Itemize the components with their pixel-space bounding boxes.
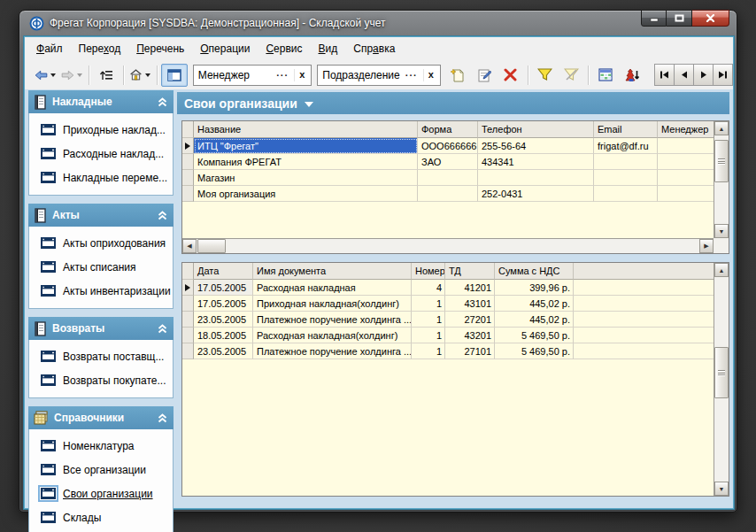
column-header[interactable]: Дата xyxy=(194,263,253,280)
column-header[interactable]: Название xyxy=(194,121,418,138)
collapse-chevrons-icon[interactable] xyxy=(157,323,168,335)
table-cell[interactable] xyxy=(418,170,478,186)
grid-settings-button[interactable] xyxy=(592,64,619,87)
table-cell[interactable]: 27101 xyxy=(445,343,495,359)
new-record-button[interactable] xyxy=(444,64,471,87)
sidebar-item[interactable]: Возвраты покупате... xyxy=(29,368,173,392)
table-cell[interactable]: 1 xyxy=(412,343,445,359)
table-cell[interactable]: 434341 xyxy=(478,154,594,170)
manager-filter[interactable]: Менеджер ··· x xyxy=(193,65,312,86)
delete-record-button[interactable] xyxy=(498,64,524,87)
division-filter-value[interactable]: Подразделение xyxy=(318,69,399,81)
column-header[interactable]: Телефон xyxy=(478,121,594,138)
last-record-button[interactable] xyxy=(714,64,733,86)
organizations-grid-hscrollbar[interactable]: ◀ ▶ xyxy=(182,238,714,253)
column-header[interactable]: Номер xyxy=(412,263,445,280)
table-cell[interactable]: 4 xyxy=(412,280,445,296)
sidebar-section-header[interactable]: Возвраты xyxy=(28,317,174,340)
table-cell[interactable]: 1 xyxy=(412,296,445,312)
table-cell[interactable] xyxy=(478,170,594,186)
table-cell[interactable] xyxy=(658,186,714,202)
collapse-chevrons-icon[interactable] xyxy=(157,412,168,424)
next-record-button[interactable] xyxy=(694,64,714,86)
collapse-chevrons-icon[interactable] xyxy=(157,210,168,221)
scroll-up-icon[interactable]: ▲ xyxy=(714,263,729,277)
home-dropdown-caret[interactable] xyxy=(145,73,150,77)
table-row[interactable]: 23.05.2005Платежное поручение холдинга .… xyxy=(182,312,714,328)
menu-item-0[interactable]: Файл xyxy=(28,39,71,58)
table-cell[interactable]: Расходная накладная xyxy=(253,280,412,296)
table-cell[interactable]: 23.05.2005 xyxy=(194,312,253,328)
division-lookup-icon[interactable]: ··· xyxy=(400,70,423,81)
column-header[interactable]: ТД xyxy=(445,263,495,280)
scroll-left-icon[interactable]: ◀ xyxy=(182,239,197,253)
sidebar-item[interactable]: Номенклатура xyxy=(29,434,173,458)
table-cell[interactable]: Моя организация xyxy=(194,186,418,202)
filter-button[interactable] xyxy=(531,64,558,87)
table-cell[interactable]: 23.05.2005 xyxy=(194,343,253,359)
sidebar-section-header[interactable]: Накладные xyxy=(28,90,174,113)
table-cell[interactable]: 17.05.2005 xyxy=(194,296,253,312)
table-cell[interactable] xyxy=(418,186,478,202)
sidebar-item[interactable]: Акты списания xyxy=(29,255,173,279)
sidebar-item[interactable]: Акты оприходования xyxy=(29,231,173,255)
sort-button[interactable] xyxy=(619,64,645,87)
forward-button[interactable] xyxy=(58,64,85,87)
table-row[interactable]: Моя организация252-0431 xyxy=(182,186,714,202)
table-row[interactable]: 17.05.2005Приходная накладная(холдинг)14… xyxy=(182,296,714,312)
column-header[interactable]: Email xyxy=(594,121,658,138)
scroll-up-icon[interactable]: ▲ xyxy=(714,121,729,135)
column-header[interactable]: Форма xyxy=(418,121,478,138)
table-cell[interactable]: 18.05.2005 xyxy=(194,328,253,343)
sidebar-item[interactable]: Свои организации xyxy=(29,482,173,505)
menu-item-3[interactable]: Операции xyxy=(192,39,258,58)
sidebar-item[interactable]: Склады xyxy=(29,505,173,529)
table-cell[interactable]: 43101 xyxy=(445,296,495,312)
manager-lookup-icon[interactable]: ··· xyxy=(271,70,294,81)
menu-item-5[interactable]: Вид xyxy=(311,39,346,58)
sidebar-item[interactable]: Возвраты поставщ... xyxy=(29,344,173,368)
table-cell[interactable]: 41201 xyxy=(445,280,495,296)
forward-dropdown-caret[interactable] xyxy=(77,73,82,77)
organizations-grid-vscrollbar[interactable]: ▲ ▼ xyxy=(714,121,729,238)
table-cell[interactable]: Приходная накладная(холдинг) xyxy=(253,296,412,312)
column-header[interactable]: Сумма с НДС xyxy=(495,263,574,280)
scroll-down-icon[interactable]: ▼ xyxy=(714,224,729,238)
menu-item-4[interactable]: Сервис xyxy=(258,39,310,58)
table-cell[interactable]: ИТЦ "Фрегат" xyxy=(194,138,418,154)
menu-item-1[interactable]: Переход xyxy=(71,39,129,58)
close-button[interactable] xyxy=(692,10,729,27)
clear-filter-button[interactable] xyxy=(558,64,584,87)
table-row[interactable]: Компания ФРЕГАТЗАО434341 xyxy=(182,154,714,170)
column-header[interactable]: Менеджер xyxy=(658,121,714,138)
table-cell[interactable]: ООО666666 xyxy=(418,138,478,154)
title-bar[interactable]: Фрегат Корпорация [SYSDBA: Демонстрацион… xyxy=(19,11,737,36)
table-cell[interactable]: 445,02 р. xyxy=(495,312,574,328)
table-cell[interactable]: Платежное поручение холдинга ... xyxy=(253,343,412,359)
table-row[interactable]: Магазин xyxy=(182,170,714,186)
column-header[interactable]: Имя документа xyxy=(253,263,412,280)
manager-filter-value[interactable]: Менеджер xyxy=(194,69,271,81)
table-row[interactable]: 18.05.2005Расходная накладная(холдинг)14… xyxy=(182,328,714,343)
table-row[interactable]: 23.05.2005Платежное поручение холдинга .… xyxy=(182,343,714,359)
table-cell[interactable]: Компания ФРЕГАТ xyxy=(194,154,418,170)
scrollbar-thumb[interactable] xyxy=(197,239,226,253)
sidebar-section-header[interactable]: Справочники xyxy=(28,406,174,429)
table-cell[interactable]: 17.05.2005 xyxy=(194,280,253,296)
table-cell[interactable]: Платежное поручение холдинга ... xyxy=(253,312,412,328)
scroll-right-icon[interactable]: ▶ xyxy=(699,239,714,253)
table-cell[interactable]: 27201 xyxy=(445,312,495,328)
sidebar-item[interactable]: Акты инвентаризации xyxy=(29,279,173,303)
scroll-down-icon[interactable]: ▼ xyxy=(714,482,729,496)
table-cell[interactable]: 5 469,50 р. xyxy=(495,343,574,359)
up-level-button[interactable] xyxy=(93,64,120,87)
sidebar-item[interactable]: Приходные наклад... xyxy=(29,118,173,142)
toggle-sidebar-button[interactable] xyxy=(161,64,188,87)
back-dropdown-caret[interactable] xyxy=(50,73,56,77)
maximize-button[interactable] xyxy=(667,10,692,27)
page-title-bar[interactable]: Свои организации xyxy=(177,92,729,114)
first-record-button[interactable] xyxy=(654,64,675,86)
edit-record-button[interactable] xyxy=(471,64,498,87)
table-cell[interactable] xyxy=(658,154,714,170)
division-filter[interactable]: Подразделение ··· x xyxy=(317,65,441,86)
